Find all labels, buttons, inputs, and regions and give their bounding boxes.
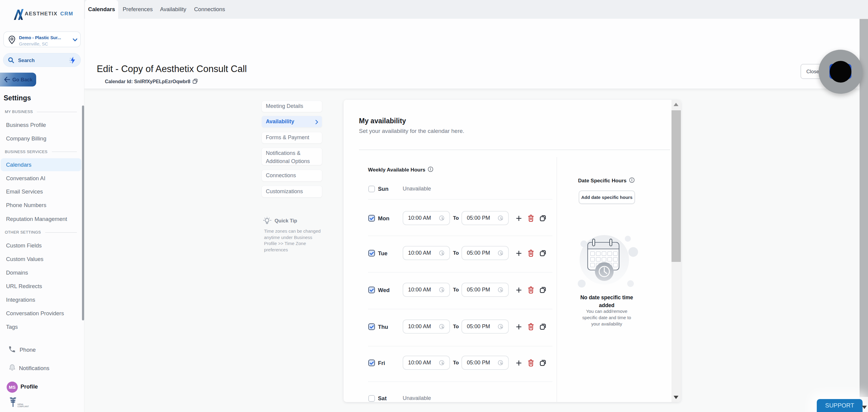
svg-text:HIPAA: HIPAA — [18, 403, 24, 405]
svg-text:COMPLIANT: COMPLIANT — [18, 405, 29, 408]
